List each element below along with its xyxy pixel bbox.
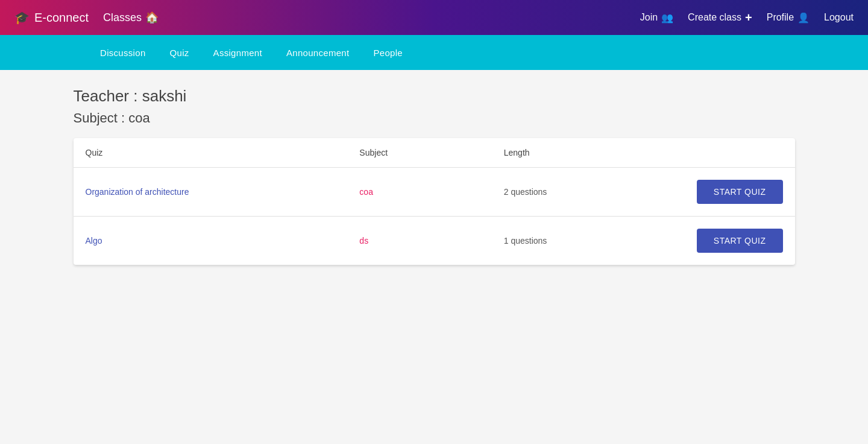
col-header-action <box>636 138 794 168</box>
brand-label: E-connect <box>34 11 89 25</box>
tab-quiz[interactable]: Quiz <box>158 35 201 70</box>
profile-nav-item[interactable]: Profile 👤 <box>767 12 810 24</box>
teacher-label: Teacher : sakshi <box>74 87 795 106</box>
subject-label: Subject : coa <box>74 110 795 126</box>
quiz-subject-cell-1: coa <box>347 168 491 217</box>
tab-bar-container: Discussion Quiz Assignment Announcement … <box>0 35 868 70</box>
people-icon: 👥 <box>661 12 673 24</box>
person-icon: 👤 <box>797 12 810 24</box>
classes-nav-item[interactable]: Classes 🏠 <box>103 11 159 24</box>
col-header-length: Length <box>492 138 636 168</box>
navbar: 🎓 E-connect Classes 🏠 Join 👥 Create clas… <box>0 0 868 35</box>
nav-left: 🎓 E-connect Classes 🏠 <box>14 10 159 25</box>
create-class-label: Create class <box>688 12 741 23</box>
create-class-nav-item[interactable]: Create class + <box>688 11 752 25</box>
logout-label: Logout <box>824 12 854 23</box>
home-icon: 🏠 <box>145 11 159 24</box>
tab-bar: Discussion Quiz Assignment Announcement … <box>74 35 795 70</box>
start-quiz-button-1[interactable]: START QUIZ <box>697 180 783 204</box>
quiz-name-cell-2: Algo <box>74 217 348 265</box>
quiz-length-cell-1: 2 questions <box>492 168 636 217</box>
quiz-subject-link-1[interactable]: coa <box>359 187 373 197</box>
col-header-quiz: Quiz <box>74 138 348 168</box>
tab-assignment[interactable]: Assignment <box>201 35 274 70</box>
nav-right: Join 👥 Create class + Profile 👤 Logout <box>640 11 854 25</box>
quiz-name-link-1[interactable]: Organization of architecture <box>86 187 189 197</box>
quiz-name-link-2[interactable]: Algo <box>86 236 102 246</box>
tab-announcement[interactable]: Announcement <box>274 35 362 70</box>
quiz-action-cell-1: START QUIZ <box>636 168 794 217</box>
tab-discussion[interactable]: Discussion <box>88 35 158 70</box>
table-row: Organization of architecture coa 2 quest… <box>74 168 795 217</box>
table-header-row: Quiz Subject Length <box>74 138 795 168</box>
join-label: Join <box>640 12 658 23</box>
plus-icon: + <box>745 11 752 25</box>
col-header-subject: Subject <box>347 138 491 168</box>
start-quiz-button-2[interactable]: START QUIZ <box>697 229 783 253</box>
quiz-subject-link-2[interactable]: ds <box>359 236 368 246</box>
mortarboard-icon: 🎓 <box>14 10 30 25</box>
quiz-table: Quiz Subject Length Organization of arch… <box>74 138 795 265</box>
tab-people[interactable]: People <box>361 35 415 70</box>
quiz-action-cell-2: START QUIZ <box>636 217 794 265</box>
brand-logo[interactable]: 🎓 E-connect <box>14 10 89 25</box>
quiz-subject-cell-2: ds <box>347 217 491 265</box>
quiz-name-cell: Organization of architecture <box>74 168 348 217</box>
table-row: Algo ds 1 questions START QUIZ <box>74 217 795 265</box>
logout-nav-item[interactable]: Logout <box>824 12 854 23</box>
profile-label: Profile <box>767 12 794 23</box>
quiz-length-cell-2: 1 questions <box>492 217 636 265</box>
main-content: Teacher : sakshi Subject : coa Quiz Subj… <box>74 70 795 265</box>
join-nav-item[interactable]: Join 👥 <box>640 12 673 24</box>
classes-label: Classes <box>103 11 142 24</box>
quiz-card: Quiz Subject Length Organization of arch… <box>74 138 795 265</box>
